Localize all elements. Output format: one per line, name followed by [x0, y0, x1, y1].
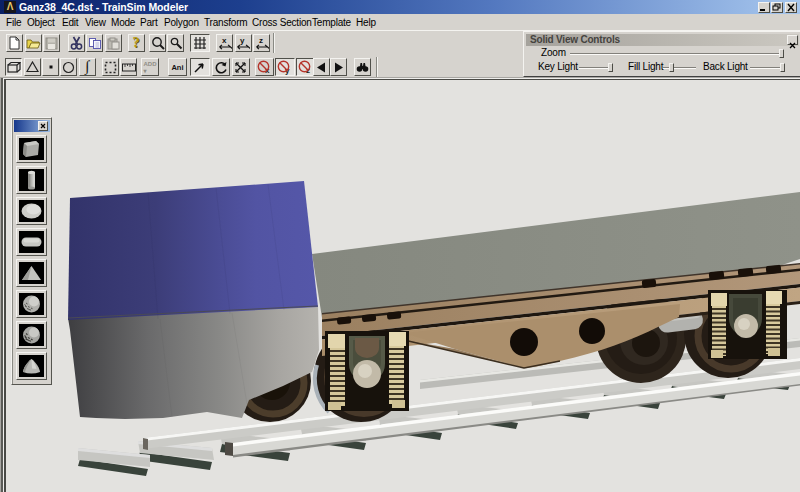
svg-text:z: z — [259, 36, 263, 45]
svg-text:x: x — [222, 36, 227, 45]
svg-text:y: y — [240, 36, 245, 45]
